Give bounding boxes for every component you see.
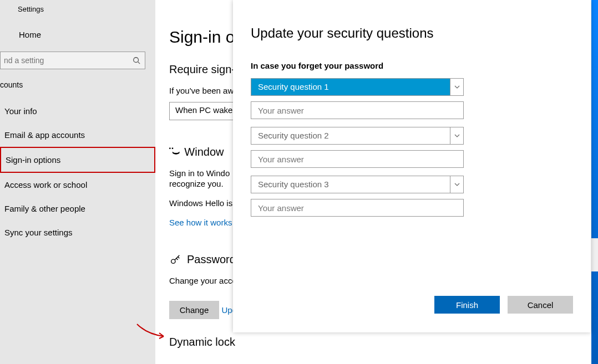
answer-1-input[interactable]: [251, 101, 464, 119]
sidebar-item-email-accounts[interactable]: Email & app accounts: [0, 123, 155, 147]
search-input[interactable]: [4, 56, 133, 65]
chevron-down-icon: [450, 79, 463, 95]
svg-point-2: [171, 259, 175, 263]
sidebar-item-family-people[interactable]: Family & other people: [0, 197, 155, 221]
answer-2-input[interactable]: [251, 150, 464, 168]
dialog-title: Update your security questions: [251, 25, 573, 41]
security-question-3-label: Security question 3: [251, 176, 450, 193]
change-password-button[interactable]: Change: [169, 301, 219, 319]
password-header: Password: [187, 253, 236, 266]
security-question-2-select[interactable]: Security question 2: [251, 127, 464, 145]
dialog-button-row: Finish Cancel: [434, 296, 573, 314]
security-questions-dialog: Update your security questions In case y…: [233, 0, 591, 332]
smile-icon: ¨⌣: [169, 148, 179, 156]
search-box[interactable]: [0, 52, 145, 69]
windows-hello-header: Window: [184, 146, 224, 158]
sidebar-item-sync-settings[interactable]: Sync your settings: [0, 221, 155, 244]
cancel-button[interactable]: Cancel: [508, 296, 573, 314]
question-block-1: Security question 1: [251, 78, 573, 119]
chevron-down-icon: [450, 176, 463, 193]
finish-button[interactable]: Finish: [434, 296, 500, 314]
sidebar-item-your-info[interactable]: Your info: [0, 99, 155, 123]
settings-sidebar: Settings Home counts Your info Email & a…: [0, 0, 155, 364]
sidebar-item-access-work-school[interactable]: Access work or school: [0, 173, 155, 197]
security-question-1-select[interactable]: Security question 1: [251, 78, 464, 96]
sidebar-nav: Your info Email & app accounts Sign-in o…: [0, 99, 155, 244]
question-block-2: Security question 2: [251, 127, 573, 168]
app-title: Settings: [0, 0, 155, 13]
dynamic-lock-header: Dynamic lock: [169, 336, 596, 348]
security-question-3-select[interactable]: Security question 3: [251, 176, 464, 193]
svg-line-1: [138, 62, 140, 64]
dialog-hint: In case you forget your password: [251, 61, 573, 70]
answer-3-input[interactable]: [251, 199, 464, 217]
sidebar-section-accounts: counts: [0, 69, 155, 89]
security-question-2-label: Security question 2: [251, 127, 450, 144]
question-block-3: Security question 3: [251, 176, 573, 217]
sidebar-item-sign-in-options[interactable]: Sign-in options: [0, 147, 155, 173]
home-link[interactable]: Home: [0, 13, 155, 39]
security-question-1-label: Security question 1: [251, 79, 450, 95]
search-icon: [133, 57, 140, 64]
chevron-down-icon: [450, 127, 463, 144]
see-how-it-works-link[interactable]: See how it works: [169, 218, 232, 227]
svg-point-0: [134, 58, 139, 63]
key-icon: [169, 254, 181, 266]
